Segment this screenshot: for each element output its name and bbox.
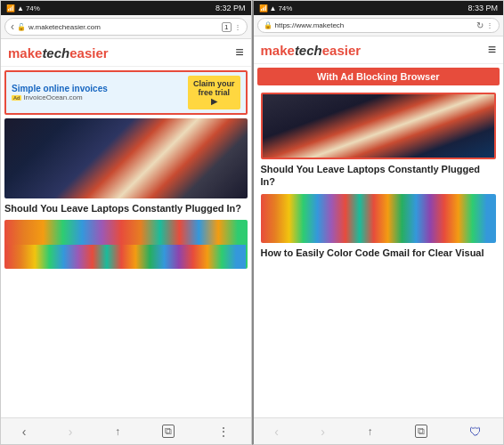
logo-easier-right: easier bbox=[322, 43, 361, 58]
ad-domain: InvoiceOcean.com bbox=[23, 93, 82, 101]
ad-subtitle: Ad InvoiceOcean.com bbox=[12, 93, 188, 101]
ad-title: Simple online invoices bbox=[12, 84, 188, 93]
back-btn[interactable]: ‹ bbox=[11, 20, 14, 33]
wifi-icon: ▲ bbox=[17, 4, 24, 12]
site-header-left: maketecheasier ≡ bbox=[1, 39, 251, 67]
more-nav-btn[interactable]: ⋮ bbox=[217, 425, 230, 439]
ad-content: Simple online invoices Ad InvoiceOcean.c… bbox=[12, 84, 188, 101]
status-icons-right: 📶 ▲ 74% bbox=[259, 4, 293, 12]
lock-icon-left: 🔓 bbox=[17, 23, 26, 31]
logo-left: maketecheasier bbox=[8, 45, 109, 61]
more-btn-left[interactable]: ⋮ bbox=[234, 23, 241, 31]
article-title-right-1: Should You Leave Laptops Constantly Plug… bbox=[261, 163, 497, 189]
ad-blocked-banner: With Ad Blocking Browser bbox=[257, 68, 500, 85]
article-image-right-1 bbox=[261, 93, 497, 159]
keyboard-image-right bbox=[263, 94, 495, 158]
url-left: w.maketecheasier.com bbox=[28, 23, 219, 31]
back-nav-btn-right[interactable]: ‹ bbox=[274, 425, 279, 439]
logo-make-left: make bbox=[8, 45, 42, 61]
back-nav-btn[interactable]: ‹ bbox=[22, 425, 27, 439]
logo-right: maketecheasier bbox=[261, 43, 362, 58]
lock-icon-right: 🔒 bbox=[264, 21, 272, 29]
bottom-nav-right: ‹ › ↑ ⧉ 🛡 bbox=[254, 417, 504, 444]
address-bar-right[interactable]: 🔒 https://www.maketech ↻ ⋮ bbox=[257, 18, 500, 33]
books-image bbox=[4, 220, 248, 269]
shield-bottom-icon[interactable]: 🛡 bbox=[469, 425, 482, 439]
left-screen: 📶 ▲ 74% 8:32 PM ‹ 🔓 w.maketecheasier.com… bbox=[0, 0, 252, 445]
site-header-right: maketecheasier ≡ bbox=[254, 36, 504, 64]
share-btn[interactable]: ↑ bbox=[115, 425, 120, 438]
article-card-right-1: Should You Leave Laptops Constantly Plug… bbox=[261, 93, 497, 189]
status-icons-left: 📶 ▲ 74% bbox=[6, 4, 40, 12]
battery-icon: 74% bbox=[26, 4, 40, 12]
ad-arrow-icon: ▶ bbox=[211, 97, 217, 106]
article-image-2 bbox=[4, 220, 248, 269]
time-right: 8:33 PM bbox=[467, 4, 498, 12]
tab-number-left: 1 bbox=[222, 22, 231, 32]
wifi-icon-right: ▲ bbox=[270, 4, 277, 12]
status-bar-left: 📶 ▲ 74% 8:32 PM bbox=[1, 1, 251, 15]
battery-right: 74% bbox=[278, 4, 292, 12]
article-card-2 bbox=[4, 220, 248, 269]
ad-label: Ad bbox=[12, 95, 21, 101]
right-screen: 📶 ▲ 74% 8:33 PM 🔒 https://www.maketech ↻… bbox=[252, 0, 505, 445]
content-area-right: Should You Leave Laptops Constantly Plug… bbox=[254, 89, 504, 417]
forward-nav-btn-right[interactable]: › bbox=[321, 425, 325, 439]
tab-overview-btn-right[interactable]: ⧉ bbox=[415, 425, 427, 438]
logo-make-right: make bbox=[261, 43, 295, 58]
logo-tech-right: tech bbox=[295, 43, 322, 58]
article-title-right-2: How to Easily Color Code Gmail for Clear… bbox=[261, 247, 497, 259]
content-area-left: Should You Leave Laptops Constantly Plug… bbox=[1, 118, 251, 417]
hamburger-right[interactable]: ≡ bbox=[488, 42, 496, 58]
ad-cta-line2: free trial bbox=[193, 88, 235, 97]
url-right: https://www.maketech bbox=[275, 21, 475, 29]
refresh-btn[interactable]: ↻ bbox=[476, 20, 484, 30]
browser-chrome-right: 🔒 https://www.maketech ↻ ⋮ bbox=[254, 15, 504, 36]
article-card-right-2: How to Easily Color Code Gmail for Clear… bbox=[261, 194, 497, 259]
keyboard-image-1 bbox=[4, 118, 248, 198]
signal-icon-right: 📶 bbox=[259, 4, 268, 12]
article-card-1: Should You Leave Laptops Constantly Plug… bbox=[4, 118, 248, 214]
article-image-right-2 bbox=[261, 194, 497, 243]
time-left: 8:32 PM bbox=[215, 4, 246, 12]
article-image-1 bbox=[4, 118, 248, 198]
bottom-nav-left: ‹ › ↑ ⧉ ⋮ bbox=[1, 417, 251, 444]
status-bar-right: 📶 ▲ 74% 8:33 PM bbox=[254, 1, 504, 15]
hamburger-left[interactable]: ≡ bbox=[235, 44, 243, 61]
ad-cta-line1: Claim your bbox=[193, 79, 235, 88]
tab-overview-btn[interactable]: ⧉ bbox=[162, 425, 175, 438]
address-bar-left[interactable]: ‹ 🔓 w.maketecheasier.com 1 ⋮ bbox=[4, 18, 248, 36]
browser-chrome-left: ‹ 🔓 w.maketecheasier.com 1 ⋮ bbox=[1, 15, 251, 39]
logo-easier-left: easier bbox=[69, 45, 108, 61]
ad-cta-button[interactable]: Claim your free trial ▶ bbox=[188, 76, 240, 109]
signal-icon: 📶 bbox=[6, 4, 15, 12]
logo-tech-left: tech bbox=[42, 45, 69, 61]
forward-nav-btn[interactable]: › bbox=[69, 425, 73, 439]
share-btn-right[interactable]: ↑ bbox=[367, 425, 372, 438]
ad-banner: Simple online invoices Ad InvoiceOcean.c… bbox=[4, 70, 248, 115]
more-btn-right[interactable]: ⋮ bbox=[486, 21, 493, 29]
article-title-1: Should You Leave Laptops Constantly Plug… bbox=[4, 202, 248, 214]
